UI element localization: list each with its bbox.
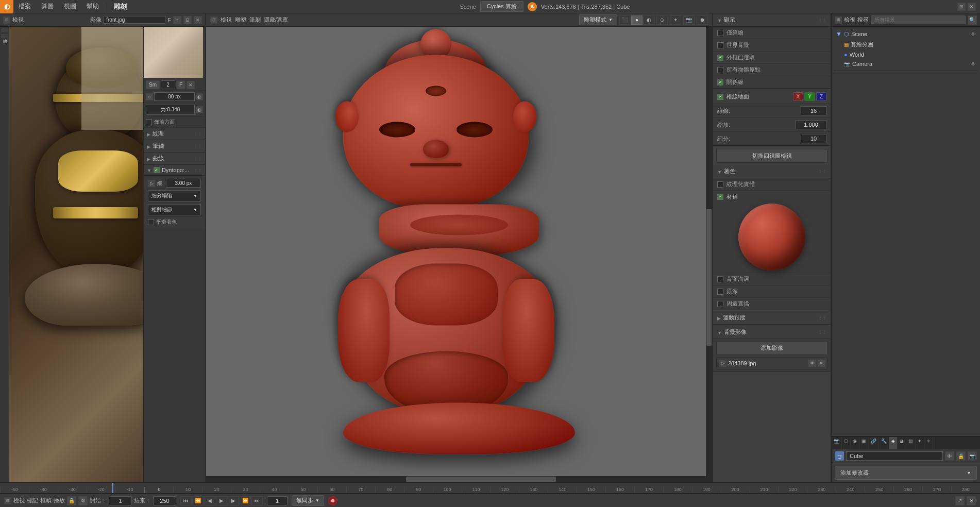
- backface-checkbox[interactable]: [717, 276, 723, 282]
- motion-track-header[interactable]: 運動跟蹤 ⋮⋮: [713, 311, 831, 324]
- image-settings-icon[interactable]: ⊟: [183, 16, 192, 24]
- viewport-scrollbar-h[interactable]: [206, 476, 706, 482]
- depth-checkbox[interactable]: [717, 289, 723, 295]
- viewport-camera-btn[interactable]: 📷: [683, 15, 695, 25]
- dyntopo-detail-value[interactable]: 3.00 px: [166, 179, 201, 188]
- viewport-scrollbar-v[interactable]: [706, 27, 712, 482]
- stroke-header[interactable]: 筆觸 ⋮⋮: [144, 140, 205, 152]
- viewport-mask-label[interactable]: 隱藏/遮罩: [264, 16, 288, 24]
- x-axis-btn[interactable]: X: [793, 92, 804, 101]
- bottom-marker-label[interactable]: 標記: [27, 497, 38, 504]
- sym-value[interactable]: 2: [161, 80, 175, 89]
- transport-next-keyframe-btn[interactable]: ⏩: [240, 496, 251, 505]
- add-image-btn[interactable]: 添加影像: [716, 341, 827, 355]
- dyntopo-header[interactable]: ✓ Dyntopo:... ⋮⋮: [144, 165, 205, 176]
- sync-mode-selector[interactable]: 無同步 ▼: [292, 495, 324, 506]
- object-camera-icon[interactable]: 📷: [968, 451, 977, 461]
- sculpt-thumbnail[interactable]: [144, 27, 203, 78]
- bg-images-header[interactable]: 背景影像 ⋮⋮: [713, 326, 831, 339]
- viewport-overlay-btn[interactable]: ⊙: [656, 15, 668, 25]
- sculpt-mode-selector[interactable]: 雕塑模式 ▼: [579, 14, 617, 25]
- prop-tab-material[interactable]: ◕: [898, 437, 906, 449]
- tree-item-renderlayers[interactable]: ▦ 算繪分層: [834, 39, 978, 50]
- image-delete-icon[interactable]: ✕: [818, 360, 825, 367]
- add-modifier-btn[interactable]: 添加修改器 ▼: [835, 466, 977, 480]
- tree-item-scene[interactable]: ▼ ⬡ Scene 👁: [834, 29, 978, 39]
- object-lock-icon[interactable]: 🔒: [956, 451, 966, 461]
- image-filename[interactable]: front.jpg: [104, 16, 165, 24]
- world-bg-checkbox[interactable]: [717, 42, 723, 48]
- grid-checkbox[interactable]: ✓: [717, 94, 723, 100]
- outline-selected-checkbox[interactable]: ✓: [717, 55, 723, 61]
- viewport-view-label[interactable]: 檢視: [221, 16, 232, 24]
- record-btn[interactable]: ⏺: [328, 496, 337, 505]
- grid-scale-value[interactable]: 1.000: [796, 120, 826, 129]
- material-mode-btn[interactable]: ●: [631, 15, 643, 25]
- transport-prev-keyframe-btn[interactable]: ⏪: [192, 496, 204, 505]
- menu-view[interactable]: 視圖: [59, 0, 81, 13]
- start-frame-input[interactable]: [109, 496, 132, 505]
- bottom-settings-icon[interactable]: ⚙: [78, 496, 88, 505]
- transport-jump-end-btn[interactable]: ⏭: [251, 496, 263, 505]
- grid-lines-value[interactable]: 16: [801, 106, 826, 115]
- image-close-icon[interactable]: ✕: [194, 16, 202, 24]
- add-image-icon[interactable]: +: [173, 16, 181, 24]
- y-axis-btn[interactable]: Y: [804, 92, 815, 101]
- viewport-record-btn[interactable]: ⏺: [697, 15, 708, 25]
- z-axis-btn[interactable]: Z: [816, 92, 826, 101]
- prop-tab-world[interactable]: ◉: [851, 437, 859, 449]
- scene-search-input[interactable]: [871, 15, 966, 24]
- bottom-icon-1[interactable]: ↗: [955, 496, 965, 505]
- display-header[interactable]: 顯示 ⋮⋮: [713, 13, 831, 27]
- strength-adjust-icon[interactable]: ◐: [196, 106, 203, 113]
- scrollbar-thumb-h[interactable]: [406, 477, 556, 482]
- dyntopo-refine-select[interactable]: 細分塌陷 ▼: [148, 190, 201, 201]
- prop-tab-data[interactable]: ◈: [889, 437, 898, 449]
- rendered-mode-btn[interactable]: ◐: [643, 15, 654, 25]
- scene-filter-icon[interactable]: 🔍: [968, 15, 977, 25]
- viewport-gizmo-btn[interactable]: ✦: [670, 15, 681, 25]
- dyntopo-detail-icon[interactable]: ▷: [148, 180, 155, 187]
- prop-tab-modifiers[interactable]: 🔧: [879, 437, 889, 449]
- scrollbar-thumb-v[interactable]: [706, 209, 712, 346]
- curve-header[interactable]: 曲線 ⋮⋮: [144, 153, 205, 164]
- vtab-low[interactable]: 低解: [1, 28, 9, 33]
- viewport-brush-label[interactable]: 筆刷: [249, 16, 261, 24]
- prop-tab-physics[interactable]: ⚛: [924, 437, 933, 449]
- bottom-frame-label[interactable]: 框幀: [40, 497, 52, 504]
- end-frame-input[interactable]: [153, 496, 176, 505]
- textured-solid-checkbox[interactable]: [717, 181, 723, 188]
- viewport-sculpt-label[interactable]: 雕塑: [235, 16, 246, 24]
- smooth-shade-checkbox[interactable]: [148, 219, 154, 225]
- render-engine-selector[interactable]: Cycles 算繪: [480, 1, 523, 12]
- grid-subdivide-value[interactable]: 10: [801, 134, 826, 143]
- image-expand-icon[interactable]: ▷: [719, 360, 726, 367]
- material-checkbox[interactable]: ✓: [717, 194, 723, 200]
- bottom-view-label[interactable]: 檢視: [13, 497, 25, 504]
- window-split-icon[interactable]: ⊞: [957, 3, 966, 11]
- size-input[interactable]: 80 px: [154, 92, 195, 101]
- f-btn[interactable]: F: [176, 80, 185, 89]
- transport-play-btn[interactable]: ▶: [216, 496, 227, 505]
- object-select-icon[interactable]: 👁: [945, 451, 954, 461]
- hierarchy-search-label[interactable]: 搜尋: [857, 16, 869, 24]
- only-render-checkbox[interactable]: [717, 30, 723, 36]
- prop-tab-render[interactable]: 📷: [832, 437, 842, 449]
- vtab-outline[interactable]: 描繪: [1, 33, 9, 39]
- sym-btn[interactable]: Sm: [146, 80, 160, 89]
- hierarchy-view-label[interactable]: 檢視: [844, 16, 855, 24]
- bottom-play-label[interactable]: 播放: [54, 497, 65, 504]
- shading-header[interactable]: 著色 ⋮⋮: [713, 165, 831, 178]
- menu-file[interactable]: 檔案: [13, 0, 36, 13]
- transport-next-frame-btn[interactable]: ▶: [228, 496, 239, 505]
- quad-view-btn[interactable]: 切換四視圖檢視: [716, 149, 827, 163]
- bottom-icon-2[interactable]: ⚙: [967, 496, 976, 505]
- ao-checkbox[interactable]: [717, 301, 723, 307]
- sym-close-icon[interactable]: ✕: [187, 81, 195, 89]
- solid-mode-btn[interactable]: ⬛: [619, 15, 631, 25]
- current-frame-input[interactable]: [267, 496, 288, 505]
- all-origins-checkbox[interactable]: [717, 67, 723, 73]
- dyntopo-checkbox[interactable]: ✓: [154, 167, 160, 173]
- strength-input[interactable]: 力:0.348: [146, 105, 195, 115]
- tree-item-world[interactable]: ● World: [834, 50, 978, 59]
